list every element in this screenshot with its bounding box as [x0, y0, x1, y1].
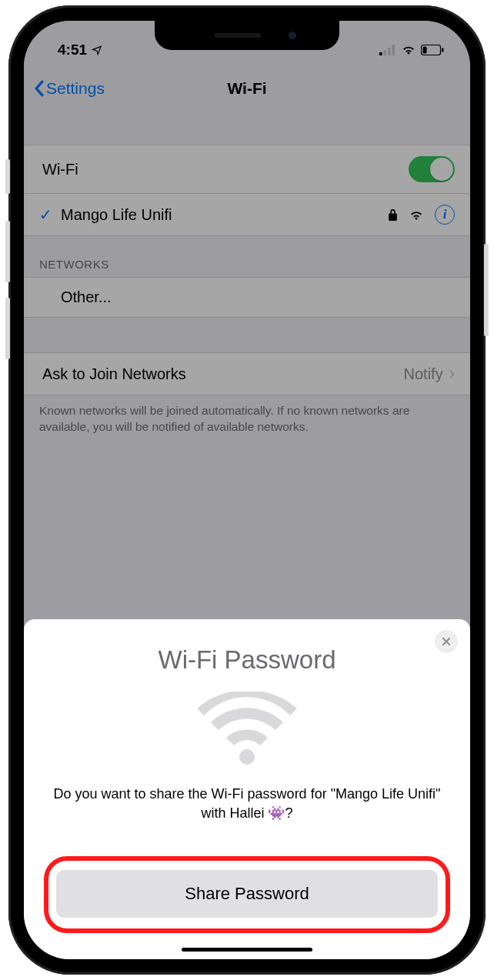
sheet-body: Do you want to share the Wi-Fi password … — [44, 785, 450, 856]
wifi-large-icon — [197, 692, 297, 765]
close-icon — [442, 637, 451, 646]
phone-frame: 4:51 — [8, 5, 486, 975]
sheet-title: Wi-Fi Password — [44, 645, 450, 675]
close-button[interactable] — [435, 630, 458, 653]
screen: 4:51 — [24, 21, 470, 959]
volume-up-button — [5, 221, 10, 282]
share-password-sheet: Wi-Fi Password Do you want to share the … — [24, 619, 470, 959]
home-indicator[interactable] — [182, 948, 312, 952]
volume-down-button — [5, 298, 10, 359]
mute-switch — [5, 159, 10, 194]
wifi-graphic — [44, 692, 450, 765]
share-button-highlight: Share Password — [44, 856, 450, 933]
power-button — [484, 244, 489, 336]
share-password-button[interactable]: Share Password — [56, 870, 438, 918]
